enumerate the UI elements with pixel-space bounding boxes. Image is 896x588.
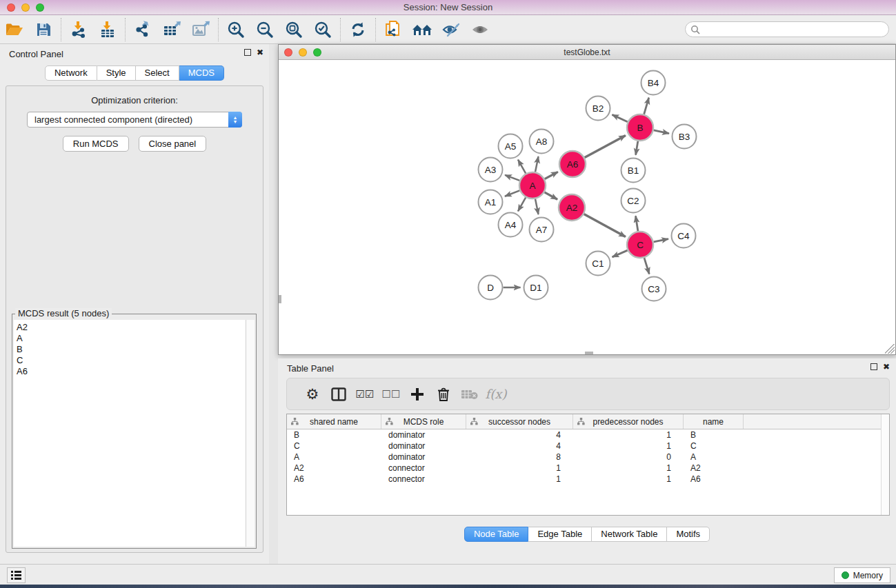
zoom-out-icon[interactable] [250, 17, 279, 42]
graph-node-B2[interactable]: B2 [586, 97, 610, 121]
edge-A-A2[interactable] [544, 192, 557, 199]
table-scrollbar[interactable] [881, 414, 889, 515]
table-cell[interactable]: 0 [573, 452, 684, 462]
table-cell[interactable]: 4 [466, 441, 573, 451]
table-cell[interactable]: dominator [381, 452, 466, 462]
edge-B-B1[interactable] [636, 141, 638, 155]
column-header-shared-name[interactable]: shared name [287, 414, 381, 429]
column-header-predecessor-nodes[interactable]: predecessor nodes [573, 414, 684, 429]
open-session-icon[interactable] [0, 17, 29, 42]
table-cell[interactable]: connector [381, 463, 466, 473]
edge-B-B2[interactable] [612, 114, 627, 121]
edge-A-A8[interactable] [535, 156, 539, 172]
tab-node-table[interactable]: Node Table [464, 527, 529, 542]
table-cell[interactable]: A2 [684, 463, 744, 473]
tab-network-table[interactable]: Network Table [592, 527, 667, 542]
edge-B-B3[interactable] [654, 130, 669, 134]
graph-node-B3[interactable]: B3 [673, 125, 697, 149]
graph-node-C1[interactable]: C1 [586, 252, 610, 276]
result-scrollbar[interactable] [246, 320, 255, 547]
close-table-panel-icon[interactable]: ✖ [883, 363, 890, 370]
table-cell[interactable]: 4 [466, 430, 573, 440]
column-header-name[interactable]: name [684, 414, 744, 429]
run-mcds-button[interactable]: Run MCDS [63, 136, 129, 152]
edge-A-A7[interactable] [535, 199, 539, 214]
graph-node-C2[interactable]: C2 [621, 189, 646, 213]
graph-node-D1[interactable]: D1 [524, 276, 548, 300]
table-cell[interactable]: 8 [466, 452, 573, 462]
delete-icon[interactable] [430, 381, 457, 407]
table-cell[interactable]: A6 [287, 474, 381, 484]
export-table-icon[interactable] [157, 17, 186, 42]
edge-A-A5[interactable] [518, 160, 526, 174]
graph-node-C[interactable]: C [627, 232, 653, 258]
criterion-dropdown[interactable]: largest connected component (directed) ▲… [27, 112, 242, 128]
refresh-icon[interactable] [344, 17, 372, 42]
float-panel-icon[interactable] [244, 49, 251, 56]
export-image-icon[interactable] [186, 17, 215, 42]
result-item[interactable]: A2 [17, 322, 246, 333]
table-cell[interactable]: 1 [573, 474, 684, 484]
graph-node-B[interactable]: B [627, 114, 653, 141]
hide-annotations-icon[interactable] [437, 17, 466, 42]
graph-node-A4[interactable]: A4 [499, 213, 523, 237]
graph-node-A6[interactable]: A6 [559, 151, 586, 177]
zoom-selected-icon[interactable] [308, 17, 337, 42]
tab-mcds[interactable]: MCDS [179, 65, 224, 81]
gear-icon[interactable]: ⚙ [299, 381, 326, 407]
result-item[interactable]: A6 [17, 366, 246, 377]
table-cell[interactable]: 1 [573, 463, 684, 473]
search-box[interactable] [685, 21, 889, 37]
graph-node-A5[interactable]: A5 [499, 134, 523, 159]
table-cell[interactable]: 1 [466, 474, 573, 484]
vertical-scroll-mark[interactable] [279, 295, 281, 303]
import-table-icon[interactable] [93, 17, 122, 42]
graph-node-A1[interactable]: A1 [479, 190, 503, 214]
show-eye-icon[interactable] [466, 17, 495, 42]
table-cell[interactable]: B [684, 430, 744, 440]
graph-node-C4[interactable]: C4 [672, 224, 696, 248]
task-history-button[interactable] [7, 567, 26, 583]
duplicate-network-icon[interactable] [379, 17, 408, 42]
column-header-successor-nodes[interactable]: successor nodes [466, 414, 573, 429]
edge-A-A4[interactable] [518, 197, 526, 211]
edge-C-C2[interactable] [635, 216, 637, 231]
graph-node-A7[interactable]: A7 [530, 218, 554, 242]
edge-C-C3[interactable] [644, 258, 649, 274]
memory-button[interactable]: Memory [834, 567, 890, 583]
network-graph[interactable]: B4B2BB3A8A5A6A3B1AC2A1A2A4A7C4CC1DD1C3 [279, 60, 895, 354]
table-row[interactable]: Bdominator41B [287, 429, 889, 440]
select-all-checks-icon[interactable]: ☑☑ [352, 381, 378, 407]
result-item[interactable]: B [17, 344, 246, 355]
result-item[interactable]: A [17, 333, 246, 344]
edge-A2-C[interactable] [584, 214, 626, 237]
tab-style[interactable]: Style [97, 65, 136, 81]
edge-A-A1[interactable] [505, 190, 519, 196]
table-cell[interactable]: dominator [381, 441, 466, 451]
table-cell[interactable]: 1 [466, 463, 573, 473]
deselect-checks-icon[interactable]: ☐☐ [378, 381, 404, 407]
table-cell[interactable]: C [287, 441, 381, 451]
table-cell[interactable]: dominator [381, 430, 466, 440]
graph-node-B1[interactable]: B1 [621, 159, 646, 183]
add-icon[interactable] [404, 381, 430, 407]
table-cell[interactable]: A2 [287, 463, 381, 473]
graph-node-D[interactable]: D [479, 276, 503, 300]
search-input[interactable] [700, 23, 888, 36]
split-view-icon[interactable] [326, 381, 352, 407]
graph-node-A2[interactable]: A2 [559, 194, 585, 221]
edge-B-B4[interactable] [644, 98, 649, 114]
graph-node-A3[interactable]: A3 [479, 158, 503, 182]
tab-select[interactable]: Select [136, 65, 179, 81]
table-cell[interactable]: B [287, 430, 381, 440]
export-network-icon[interactable] [128, 17, 157, 42]
graph-node-A8[interactable]: A8 [530, 130, 554, 154]
table-cell[interactable]: 1 [573, 430, 684, 440]
close-panel-button[interactable]: Close panel [139, 136, 207, 152]
tab-network[interactable]: Network [45, 65, 97, 81]
graph-node-C3[interactable]: C3 [642, 277, 666, 301]
float-table-panel-icon[interactable] [870, 363, 877, 370]
graph-node-B4[interactable]: B4 [641, 71, 666, 95]
edge-A-A6[interactable] [545, 172, 558, 179]
network-window-titlebar[interactable]: testGlobe.txt [279, 45, 895, 60]
